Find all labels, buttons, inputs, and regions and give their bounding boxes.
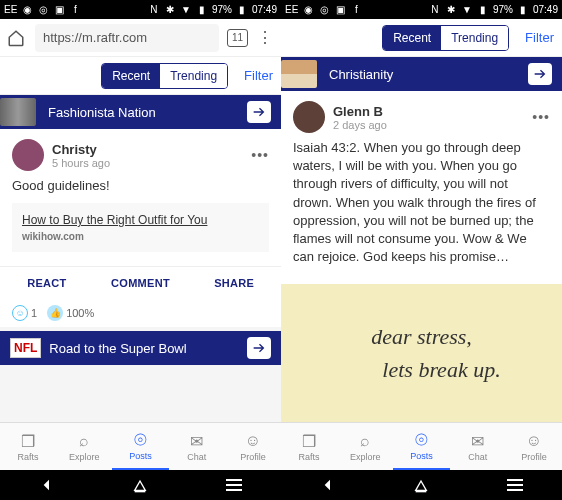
recent-apps-button[interactable] bbox=[214, 479, 254, 491]
app-icon: ◉ bbox=[21, 4, 33, 16]
post-author[interactable]: Christy bbox=[52, 142, 110, 157]
filter-button[interactable]: Filter bbox=[244, 68, 273, 83]
nav-posts[interactable]: ⦾Posts bbox=[393, 423, 449, 470]
home-icon[interactable] bbox=[6, 27, 27, 49]
app-icon: ◉ bbox=[302, 4, 314, 16]
post-body: Good guidelines! bbox=[12, 177, 269, 195]
nfc-icon: N bbox=[429, 4, 441, 16]
post-menu-icon[interactable]: ••• bbox=[251, 147, 269, 163]
group-header-christianity[interactable]: Christianity bbox=[281, 57, 562, 91]
carrier-label: EE bbox=[4, 4, 17, 15]
back-button[interactable] bbox=[27, 477, 67, 493]
post-image[interactable]: dear stress, lets break up. bbox=[281, 284, 562, 422]
browser-menu-icon[interactable]: ⋮ bbox=[256, 28, 275, 47]
app-icon: f bbox=[69, 4, 81, 16]
wifi-icon: ▼ bbox=[180, 4, 192, 16]
group-title: Christianity bbox=[329, 67, 393, 82]
search-icon: ⌕ bbox=[355, 431, 375, 451]
post-card: Christy 5 hours ago ••• Good guidelines!… bbox=[0, 129, 281, 266]
arrow-right-icon[interactable] bbox=[247, 337, 271, 359]
nav-rafts[interactable]: ❒Rafts bbox=[281, 423, 337, 470]
avatar[interactable] bbox=[12, 139, 44, 171]
react-button[interactable]: REACT bbox=[0, 277, 94, 289]
svg-rect-7 bbox=[507, 489, 523, 491]
clock: 07:49 bbox=[252, 4, 277, 15]
app-icon: ◎ bbox=[318, 4, 330, 16]
battery-icon: ▮ bbox=[517, 4, 529, 16]
app-icon: f bbox=[350, 4, 362, 16]
browser-url-bar: 11 ⋮ bbox=[0, 19, 281, 57]
svg-rect-3 bbox=[226, 489, 242, 491]
url-input[interactable] bbox=[35, 24, 219, 52]
link-source: wikihow.com bbox=[22, 231, 259, 242]
post-timestamp: 5 hours ago bbox=[52, 157, 110, 169]
group-header-superbowl[interactable]: NFL Road to the Super Bowl bbox=[0, 331, 281, 365]
android-nav-bar bbox=[281, 470, 562, 500]
group-header-fashionista[interactable]: Fashionista Nation bbox=[0, 95, 281, 129]
nav-chat[interactable]: ✉Chat bbox=[450, 423, 506, 470]
back-button[interactable] bbox=[308, 477, 348, 493]
group-thumbnail bbox=[0, 98, 36, 126]
filter-button[interactable]: Filter bbox=[525, 30, 554, 45]
svg-rect-5 bbox=[507, 479, 523, 481]
post-menu-icon[interactable]: ••• bbox=[532, 109, 550, 125]
recent-apps-button[interactable] bbox=[495, 479, 535, 491]
battery-icon: ▮ bbox=[236, 4, 248, 16]
leaf-icon: ❒ bbox=[18, 431, 38, 451]
nav-posts[interactable]: ⦾Posts bbox=[112, 423, 168, 470]
nfl-badge: NFL bbox=[10, 338, 41, 358]
post-body: Isaiah 43:2. When you go through deep wa… bbox=[293, 139, 550, 266]
feed-icon: ⦾ bbox=[412, 430, 432, 450]
svg-rect-6 bbox=[507, 484, 523, 486]
carrier-label: EE bbox=[285, 4, 298, 15]
post-actions: REACT COMMENT SHARE bbox=[0, 266, 281, 299]
tab-trending[interactable]: Trending bbox=[441, 26, 508, 50]
profile-icon: ☺ bbox=[243, 431, 263, 451]
arrow-right-icon[interactable] bbox=[528, 63, 552, 85]
share-button[interactable]: SHARE bbox=[187, 277, 281, 289]
post-author[interactable]: Glenn B bbox=[333, 104, 387, 119]
wifi-icon: ▼ bbox=[461, 4, 473, 16]
tab-recent[interactable]: Recent bbox=[102, 64, 160, 88]
nav-explore[interactable]: ⌕Explore bbox=[337, 423, 393, 470]
battery-percent: 97% bbox=[493, 4, 513, 15]
chat-icon: ✉ bbox=[187, 431, 207, 451]
image-text-line2: lets break up. bbox=[382, 353, 500, 386]
signal-icon: ▮ bbox=[196, 4, 208, 16]
reaction-percent: 👍100% bbox=[47, 305, 94, 321]
tab-trending[interactable]: Trending bbox=[160, 64, 227, 88]
post-card: Glenn B 2 days ago ••• Isaiah 43:2. When… bbox=[281, 91, 562, 284]
status-bar: EE ◉ ◎ ▣ f N ✱ ▼ ▮ 97% ▮ 07:49 bbox=[0, 0, 281, 19]
reaction-count[interactable]: ☺1 bbox=[12, 305, 37, 321]
profile-icon: ☺ bbox=[524, 431, 544, 451]
chat-icon: ✉ bbox=[468, 431, 488, 451]
nfc-icon: N bbox=[148, 4, 160, 16]
nav-explore[interactable]: ⌕Explore bbox=[56, 423, 112, 470]
group-thumbnail bbox=[281, 60, 317, 88]
nav-rafts[interactable]: ❒Rafts bbox=[0, 423, 56, 470]
bottom-nav: ❒Rafts ⌕Explore ⦾Posts ✉Chat ☺Profile bbox=[281, 422, 562, 470]
image-text-line1: dear stress, bbox=[371, 320, 472, 353]
arrow-right-icon[interactable] bbox=[247, 101, 271, 123]
nav-chat[interactable]: ✉Chat bbox=[169, 423, 225, 470]
nav-profile[interactable]: ☺Profile bbox=[225, 423, 281, 470]
tab-count[interactable]: 11 bbox=[227, 29, 248, 47]
feed-tabs: Recent Trending Filter bbox=[281, 19, 562, 57]
app-icon: ▣ bbox=[334, 4, 346, 16]
home-button[interactable] bbox=[120, 477, 160, 493]
link-title: How to Buy the Right Outfit for You bbox=[22, 213, 259, 227]
app-icon: ◎ bbox=[37, 4, 49, 16]
avatar[interactable] bbox=[293, 101, 325, 133]
feed-icon: ⦾ bbox=[131, 430, 151, 450]
post-timestamp: 2 days ago bbox=[333, 119, 387, 131]
link-preview[interactable]: How to Buy the Right Outfit for You wiki… bbox=[12, 203, 269, 252]
nav-profile[interactable]: ☺Profile bbox=[506, 423, 562, 470]
search-icon: ⌕ bbox=[74, 431, 94, 451]
group-title: Road to the Super Bowl bbox=[49, 341, 186, 356]
home-button[interactable] bbox=[401, 477, 441, 493]
comment-button[interactable]: COMMENT bbox=[94, 277, 188, 289]
feed-tabs: Recent Trending Filter bbox=[0, 57, 281, 95]
tab-recent[interactable]: Recent bbox=[383, 26, 441, 50]
bluetooth-icon: ✱ bbox=[164, 4, 176, 16]
group-title: Fashionista Nation bbox=[48, 105, 156, 120]
